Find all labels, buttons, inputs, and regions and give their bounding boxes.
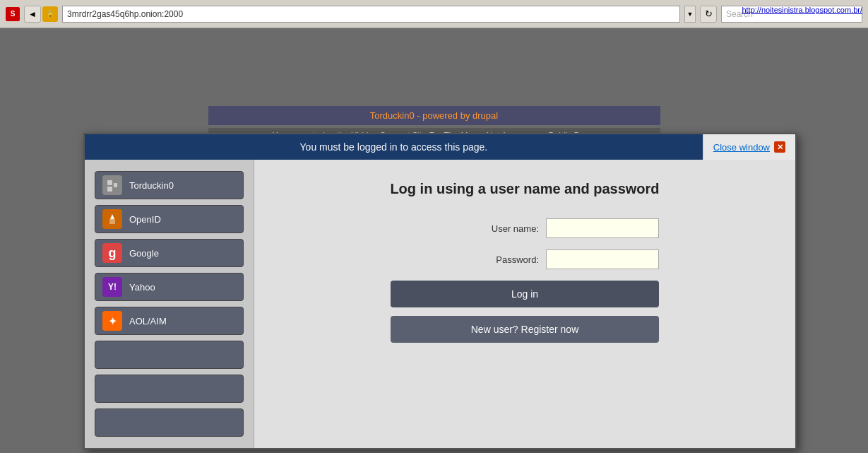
sidebar-empty-1 bbox=[95, 341, 244, 369]
close-window-label: Close window bbox=[713, 142, 770, 153]
sidebar-empty-2 bbox=[95, 375, 244, 403]
browser-chrome: S ◄ 🔒 3mrdrr2gas45q6hp.onion:2000 ▼ ↻ Se… bbox=[0, 0, 868, 28]
svg-rect-1 bbox=[107, 187, 112, 192]
password-label: Password: bbox=[468, 254, 539, 265]
modal-overlay: You must be logged in to access this pag… bbox=[0, 28, 868, 453]
auth-sidebar: Torduckin0 OpenID g Google Y bbox=[85, 160, 254, 448]
google-label: Google bbox=[129, 248, 159, 259]
login-button[interactable]: Log in bbox=[391, 281, 659, 307]
address-bar[interactable]: 3mrdrr2gas45q6hp.onion:2000 bbox=[62, 6, 680, 23]
username-input[interactable] bbox=[546, 218, 659, 238]
yahoo-icon: Y! bbox=[102, 277, 122, 297]
svg-rect-0 bbox=[107, 180, 112, 185]
yahoo-label: Yahoo bbox=[129, 282, 155, 293]
openid-label: OpenID bbox=[129, 214, 161, 225]
login-modal: You must be logged in to access this pag… bbox=[83, 133, 797, 449]
password-row: Password: bbox=[391, 249, 659, 269]
refresh-button[interactable]: ↻ bbox=[700, 6, 717, 23]
back-button[interactable]: ◄ bbox=[24, 6, 41, 23]
blog-link[interactable]: http://noitesinistra.blogspot.com.br/ bbox=[742, 6, 862, 14]
login-form-area: Log in using a user name and password Us… bbox=[254, 160, 795, 448]
sidebar-empty-3 bbox=[95, 408, 244, 437]
password-input[interactable] bbox=[546, 249, 659, 269]
torduckin-icon bbox=[102, 175, 122, 195]
username-label: User name: bbox=[468, 223, 539, 234]
register-button[interactable]: New user? Register now bbox=[391, 316, 659, 343]
google-icon: g bbox=[102, 243, 122, 263]
sidebar-item-torduckin[interactable]: Torduckin0 bbox=[95, 171, 244, 199]
address-text: 3mrdrr2gas45q6hp.onion:2000 bbox=[67, 9, 183, 19]
nav-buttons: ◄ 🔒 bbox=[24, 6, 58, 23]
close-window-button[interactable]: Close window ✕ bbox=[703, 134, 795, 160]
modal-header-message: You must be logged in to access this pag… bbox=[85, 134, 703, 160]
username-row: User name: bbox=[391, 218, 659, 238]
sidebar-item-google[interactable]: g Google bbox=[95, 239, 244, 267]
sidebar-item-aol[interactable]: ✦ AOL/AIM bbox=[95, 307, 244, 335]
login-form: User name: Password: Log in New user? Re… bbox=[391, 218, 659, 343]
torduckin-label: Torduckin0 bbox=[129, 180, 174, 191]
modal-header: You must be logged in to access this pag… bbox=[85, 134, 795, 160]
sidebar-item-yahoo[interactable]: Y! Yahoo bbox=[95, 273, 244, 301]
aol-icon: ✦ bbox=[102, 311, 122, 331]
login-title: Log in using a user name and password bbox=[390, 181, 659, 197]
svg-rect-2 bbox=[114, 183, 117, 187]
security-icon: 🔒 bbox=[42, 6, 58, 22]
address-dropdown[interactable]: ▼ bbox=[684, 6, 696, 23]
sidebar-item-openid[interactable]: OpenID bbox=[95, 205, 244, 233]
modal-body: Torduckin0 OpenID g Google Y bbox=[85, 160, 795, 448]
openid-icon bbox=[102, 209, 122, 229]
aol-label: AOL/AIM bbox=[129, 316, 167, 326]
close-icon: ✕ bbox=[774, 141, 785, 153]
browser-logo: S bbox=[6, 7, 20, 21]
